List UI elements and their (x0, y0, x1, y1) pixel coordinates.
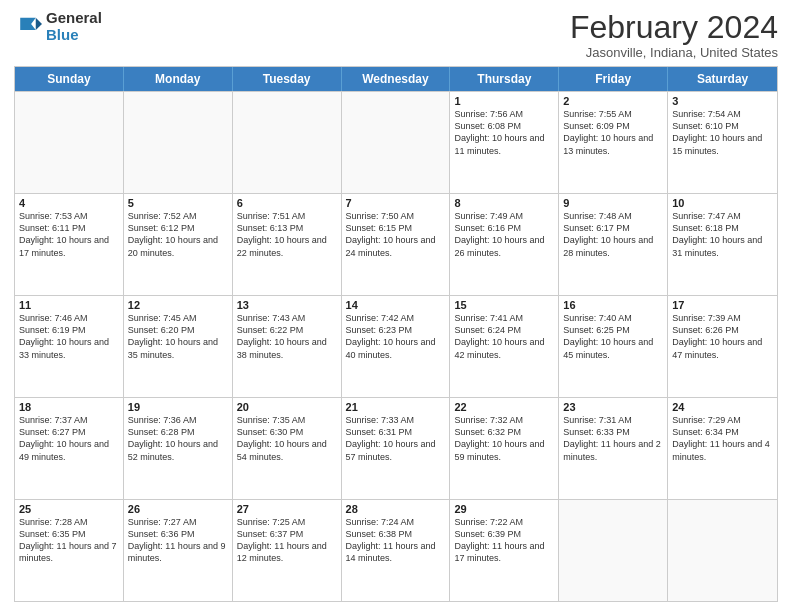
day-header-thursday: Thursday (450, 67, 559, 91)
day-info: Sunrise: 7:28 AM Sunset: 6:35 PM Dayligh… (19, 516, 119, 565)
calendar-page: General Blue February 2024 Jasonville, I… (0, 0, 792, 612)
header: General Blue February 2024 Jasonville, I… (14, 10, 778, 60)
week-row-5: 25Sunrise: 7:28 AM Sunset: 6:35 PM Dayli… (15, 499, 777, 601)
day-number: 11 (19, 299, 119, 311)
day-info: Sunrise: 7:52 AM Sunset: 6:12 PM Dayligh… (128, 210, 228, 259)
day-cell-9: 9Sunrise: 7:48 AM Sunset: 6:17 PM Daylig… (559, 194, 668, 295)
subtitle: Jasonville, Indiana, United States (570, 45, 778, 60)
day-info: Sunrise: 7:25 AM Sunset: 6:37 PM Dayligh… (237, 516, 337, 565)
day-number: 3 (672, 95, 773, 107)
day-number: 15 (454, 299, 554, 311)
day-number: 7 (346, 197, 446, 209)
day-cell-16: 16Sunrise: 7:40 AM Sunset: 6:25 PM Dayli… (559, 296, 668, 397)
day-cell-29: 29Sunrise: 7:22 AM Sunset: 6:39 PM Dayli… (450, 500, 559, 601)
day-info: Sunrise: 7:46 AM Sunset: 6:19 PM Dayligh… (19, 312, 119, 361)
title-block: February 2024 Jasonville, Indiana, Unite… (570, 10, 778, 60)
day-info: Sunrise: 7:51 AM Sunset: 6:13 PM Dayligh… (237, 210, 337, 259)
day-info: Sunrise: 7:42 AM Sunset: 6:23 PM Dayligh… (346, 312, 446, 361)
day-number: 12 (128, 299, 228, 311)
day-cell-27: 27Sunrise: 7:25 AM Sunset: 6:37 PM Dayli… (233, 500, 342, 601)
day-info: Sunrise: 7:35 AM Sunset: 6:30 PM Dayligh… (237, 414, 337, 463)
day-cell-15: 15Sunrise: 7:41 AM Sunset: 6:24 PM Dayli… (450, 296, 559, 397)
day-info: Sunrise: 7:31 AM Sunset: 6:33 PM Dayligh… (563, 414, 663, 463)
day-header-friday: Friday (559, 67, 668, 91)
day-number: 20 (237, 401, 337, 413)
day-cell-21: 21Sunrise: 7:33 AM Sunset: 6:31 PM Dayli… (342, 398, 451, 499)
day-info: Sunrise: 7:32 AM Sunset: 6:32 PM Dayligh… (454, 414, 554, 463)
day-cell-13: 13Sunrise: 7:43 AM Sunset: 6:22 PM Dayli… (233, 296, 342, 397)
main-title: February 2024 (570, 10, 778, 45)
day-info: Sunrise: 7:40 AM Sunset: 6:25 PM Dayligh… (563, 312, 663, 361)
day-info: Sunrise: 7:33 AM Sunset: 6:31 PM Dayligh… (346, 414, 446, 463)
day-info: Sunrise: 7:39 AM Sunset: 6:26 PM Dayligh… (672, 312, 773, 361)
day-cell-1: 1Sunrise: 7:56 AM Sunset: 6:08 PM Daylig… (450, 92, 559, 193)
day-info: Sunrise: 7:56 AM Sunset: 6:08 PM Dayligh… (454, 108, 554, 157)
day-info: Sunrise: 7:24 AM Sunset: 6:38 PM Dayligh… (346, 516, 446, 565)
empty-cell (342, 92, 451, 193)
day-cell-7: 7Sunrise: 7:50 AM Sunset: 6:15 PM Daylig… (342, 194, 451, 295)
day-info: Sunrise: 7:41 AM Sunset: 6:24 PM Dayligh… (454, 312, 554, 361)
day-header-wednesday: Wednesday (342, 67, 451, 91)
day-cell-26: 26Sunrise: 7:27 AM Sunset: 6:36 PM Dayli… (124, 500, 233, 601)
day-cell-18: 18Sunrise: 7:37 AM Sunset: 6:27 PM Dayli… (15, 398, 124, 499)
day-number: 8 (454, 197, 554, 209)
logo: General Blue (14, 10, 102, 43)
day-number: 5 (128, 197, 228, 209)
day-cell-23: 23Sunrise: 7:31 AM Sunset: 6:33 PM Dayli… (559, 398, 668, 499)
day-info: Sunrise: 7:49 AM Sunset: 6:16 PM Dayligh… (454, 210, 554, 259)
day-number: 9 (563, 197, 663, 209)
empty-cell (124, 92, 233, 193)
day-info: Sunrise: 7:55 AM Sunset: 6:09 PM Dayligh… (563, 108, 663, 157)
calendar-header: SundayMondayTuesdayWednesdayThursdayFrid… (15, 67, 777, 91)
day-cell-2: 2Sunrise: 7:55 AM Sunset: 6:09 PM Daylig… (559, 92, 668, 193)
week-row-2: 4Sunrise: 7:53 AM Sunset: 6:11 PM Daylig… (15, 193, 777, 295)
week-row-1: 1Sunrise: 7:56 AM Sunset: 6:08 PM Daylig… (15, 91, 777, 193)
day-number: 27 (237, 503, 337, 515)
day-number: 13 (237, 299, 337, 311)
day-cell-24: 24Sunrise: 7:29 AM Sunset: 6:34 PM Dayli… (668, 398, 777, 499)
day-info: Sunrise: 7:48 AM Sunset: 6:17 PM Dayligh… (563, 210, 663, 259)
day-number: 22 (454, 401, 554, 413)
day-number: 2 (563, 95, 663, 107)
day-number: 14 (346, 299, 446, 311)
day-cell-25: 25Sunrise: 7:28 AM Sunset: 6:35 PM Dayli… (15, 500, 124, 601)
logo-icon (14, 13, 42, 41)
day-number: 24 (672, 401, 773, 413)
day-number: 10 (672, 197, 773, 209)
day-number: 1 (454, 95, 554, 107)
calendar-body: 1Sunrise: 7:56 AM Sunset: 6:08 PM Daylig… (15, 91, 777, 601)
day-info: Sunrise: 7:37 AM Sunset: 6:27 PM Dayligh… (19, 414, 119, 463)
day-cell-5: 5Sunrise: 7:52 AM Sunset: 6:12 PM Daylig… (124, 194, 233, 295)
day-cell-14: 14Sunrise: 7:42 AM Sunset: 6:23 PM Dayli… (342, 296, 451, 397)
logo-blue: Blue (46, 27, 102, 44)
logo-general: General (46, 10, 102, 27)
day-number: 25 (19, 503, 119, 515)
day-cell-10: 10Sunrise: 7:47 AM Sunset: 6:18 PM Dayli… (668, 194, 777, 295)
day-cell-19: 19Sunrise: 7:36 AM Sunset: 6:28 PM Dayli… (124, 398, 233, 499)
day-info: Sunrise: 7:27 AM Sunset: 6:36 PM Dayligh… (128, 516, 228, 565)
day-number: 4 (19, 197, 119, 209)
day-cell-28: 28Sunrise: 7:24 AM Sunset: 6:38 PM Dayli… (342, 500, 451, 601)
day-number: 21 (346, 401, 446, 413)
empty-cell (668, 500, 777, 601)
day-number: 23 (563, 401, 663, 413)
day-number: 6 (237, 197, 337, 209)
day-number: 29 (454, 503, 554, 515)
day-cell-12: 12Sunrise: 7:45 AM Sunset: 6:20 PM Dayli… (124, 296, 233, 397)
day-info: Sunrise: 7:53 AM Sunset: 6:11 PM Dayligh… (19, 210, 119, 259)
day-number: 19 (128, 401, 228, 413)
empty-cell (233, 92, 342, 193)
day-info: Sunrise: 7:50 AM Sunset: 6:15 PM Dayligh… (346, 210, 446, 259)
day-info: Sunrise: 7:43 AM Sunset: 6:22 PM Dayligh… (237, 312, 337, 361)
logo-text: General Blue (46, 10, 102, 43)
day-info: Sunrise: 7:45 AM Sunset: 6:20 PM Dayligh… (128, 312, 228, 361)
day-number: 16 (563, 299, 663, 311)
day-cell-8: 8Sunrise: 7:49 AM Sunset: 6:16 PM Daylig… (450, 194, 559, 295)
day-info: Sunrise: 7:22 AM Sunset: 6:39 PM Dayligh… (454, 516, 554, 565)
day-info: Sunrise: 7:47 AM Sunset: 6:18 PM Dayligh… (672, 210, 773, 259)
week-row-3: 11Sunrise: 7:46 AM Sunset: 6:19 PM Dayli… (15, 295, 777, 397)
day-cell-11: 11Sunrise: 7:46 AM Sunset: 6:19 PM Dayli… (15, 296, 124, 397)
day-info: Sunrise: 7:36 AM Sunset: 6:28 PM Dayligh… (128, 414, 228, 463)
day-cell-6: 6Sunrise: 7:51 AM Sunset: 6:13 PM Daylig… (233, 194, 342, 295)
day-info: Sunrise: 7:54 AM Sunset: 6:10 PM Dayligh… (672, 108, 773, 157)
